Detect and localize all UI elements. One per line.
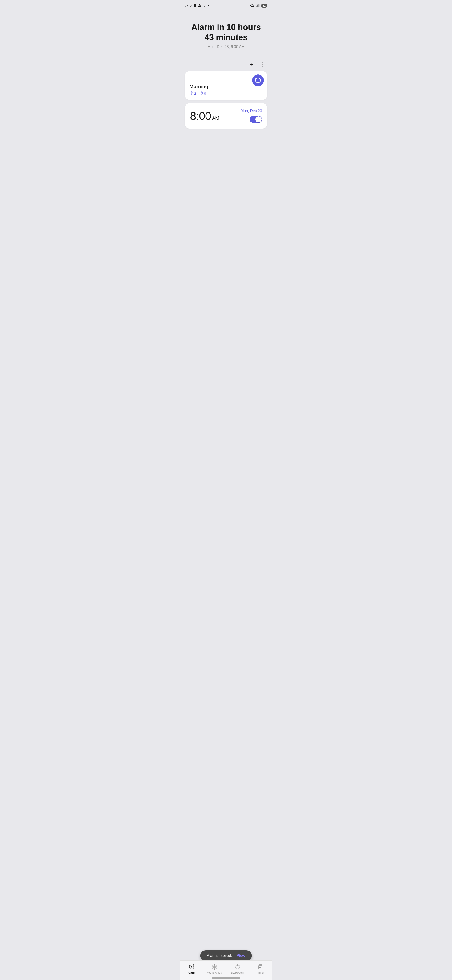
svg-rect-2: [257, 5, 257, 7]
alarm-time-value: 8:00: [190, 110, 211, 122]
alarm-group-name: Morning: [190, 84, 262, 89]
alarm-title-line2: 43 minutes: [185, 32, 267, 42]
status-time: 7:17: [185, 4, 192, 8]
inactive-alarm-count: 0: [204, 92, 206, 95]
active-alarm-count: 2: [194, 92, 196, 95]
svg-rect-3: [257, 5, 258, 7]
alarm-header: Alarm in 10 hours 43 minutes Mon, Dec 23…: [185, 15, 267, 59]
toggle-knob: [255, 116, 262, 123]
main-content: Alarm in 10 hours 43 minutes Mon, Dec 23…: [180, 10, 272, 170]
alarm-ampm: AM: [212, 115, 219, 121]
wifi-icon: [250, 4, 254, 8]
inactive-count-item: 0: [200, 91, 206, 95]
svg-rect-1: [256, 6, 256, 7]
svg-rect-5: [259, 4, 259, 7]
status-bar: 7:17 ● 31: [180, 0, 272, 10]
alarm-title-line1: Alarm in 10 hours: [185, 22, 267, 32]
svg-rect-0: [203, 4, 206, 6]
alarm-item-right: Mon, Dec 23: [241, 109, 262, 123]
alarm-toggle[interactable]: [250, 116, 262, 123]
more-options-button[interactable]: ⋮: [258, 60, 266, 68]
inactive-alarm-icon: [200, 91, 203, 95]
battery-indicator: 31: [261, 4, 267, 8]
alarm-time: 8:00AM: [190, 110, 219, 123]
warning-icon: [198, 4, 201, 8]
alarm-date: Mon, Dec 23: [241, 109, 262, 113]
dot-icon: ●: [208, 4, 209, 7]
alarm-group-counts: 2 0: [190, 91, 262, 95]
screen-record-icon: [203, 4, 206, 8]
svg-rect-4: [258, 4, 259, 7]
status-right-icons: 31: [250, 4, 267, 8]
photo-icon: [193, 4, 197, 8]
active-count-item: 2: [190, 91, 196, 95]
alarm-group-card[interactable]: Morning 2 0: [185, 71, 267, 100]
signal-icon: [256, 4, 260, 8]
alarm-item-card[interactable]: 8:00AM Mon, Dec 23: [185, 103, 267, 129]
alarm-subtitle: Mon, Dec 23, 6:00 AM: [185, 45, 267, 49]
alarm-clock-icon: [255, 77, 261, 84]
add-alarm-button[interactable]: +: [249, 60, 254, 68]
toolbar: + ⋮: [185, 59, 267, 71]
active-alarm-icon: [190, 91, 193, 95]
